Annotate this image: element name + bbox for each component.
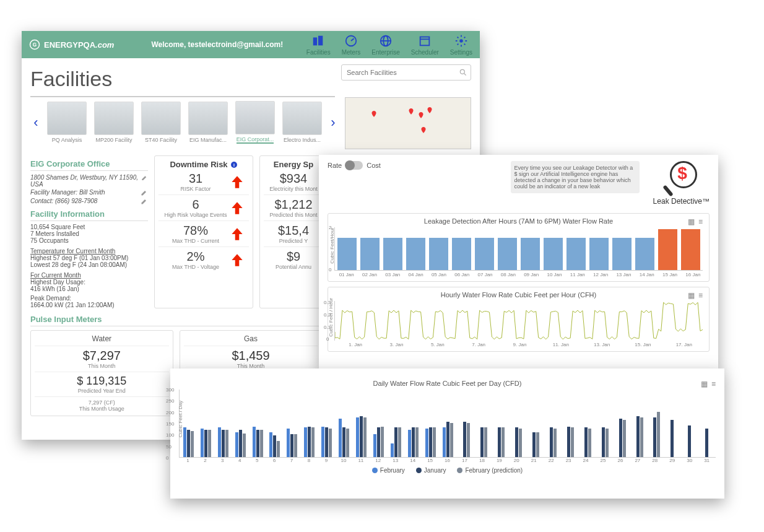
- buildings-icon: [311, 34, 325, 48]
- svg-rect-7: [420, 37, 430, 45]
- bar-group[interactable]: [492, 427, 507, 457]
- bar-group[interactable]: [458, 422, 473, 457]
- thumb-st40[interactable]: ST40 Facility: [139, 102, 183, 143]
- thumb-corporate[interactable]: EIG Corporat...: [233, 101, 277, 144]
- bar-group[interactable]: [371, 427, 386, 458]
- bar[interactable]: [612, 238, 632, 270]
- chevron-left-icon[interactable]: ‹: [30, 104, 41, 141]
- bar-group[interactable]: [526, 432, 542, 457]
- facilities-map[interactable]: [345, 97, 471, 149]
- rate-cost-toggle[interactable]: RateCost: [328, 161, 381, 170]
- bar-group[interactable]: [388, 427, 404, 457]
- bar[interactable]: [566, 238, 586, 270]
- bar[interactable]: [383, 238, 402, 270]
- top-nav: Facilities Meters Enterprise Scheduler S…: [306, 34, 472, 56]
- bar-group[interactable]: [215, 427, 231, 457]
- bar-group[interactable]: [699, 429, 714, 457]
- daily-bar-chart: ▦≡ Daily Water Flow Rate Cubic Feet per …: [179, 380, 716, 474]
- search-input[interactable]: [341, 64, 471, 81]
- nav-settings[interactable]: Settings: [450, 34, 472, 56]
- bar-group[interactable]: [198, 429, 214, 457]
- globe-icon: [379, 34, 393, 48]
- edit-icon[interactable]: [141, 174, 148, 181]
- thumb-manufac[interactable]: EIG Manufac...: [186, 102, 230, 143]
- bar[interactable]: [681, 229, 700, 270]
- daily-flow-panel: ▦≡ Daily Water Flow Rate Cubic Feet per …: [170, 368, 724, 499]
- thumb-mp200[interactable]: MP200 Facility: [92, 102, 136, 143]
- bar-group[interactable]: [440, 422, 456, 457]
- nav-facilities[interactable]: Facilities: [306, 34, 331, 56]
- search-icon: [459, 68, 467, 77]
- bar[interactable]: [635, 238, 654, 270]
- map-pin-icon: [420, 126, 427, 134]
- bar-group[interactable]: [302, 427, 317, 458]
- bar-group[interactable]: [509, 427, 524, 457]
- grid-icon[interactable]: ▦: [688, 217, 695, 226]
- leakage-bar-chart: ▦≡ Leakage Detection After Hours (7AM to…: [328, 213, 710, 282]
- leak-tooltip: Every time you see our Leakage Detector …: [511, 161, 640, 193]
- bar[interactable]: [337, 238, 357, 270]
- bar-group[interactable]: [267, 432, 283, 457]
- edit-icon[interactable]: [141, 198, 148, 205]
- bar-group[interactable]: [596, 427, 611, 457]
- bar-group[interactable]: [544, 427, 559, 457]
- grid-icon[interactable]: ▦: [688, 291, 695, 300]
- brand-logo[interactable]: G ENERGYPQA.com: [29, 39, 114, 50]
- nav-scheduler[interactable]: Scheduler: [411, 34, 439, 56]
- bar-group[interactable]: [406, 427, 421, 457]
- page-title: Facilities: [30, 67, 335, 91]
- grid-icon[interactable]: ▦: [701, 380, 708, 388]
- bar[interactable]: [360, 238, 380, 270]
- bar[interactable]: [429, 238, 448, 270]
- bar-group[interactable]: [319, 427, 334, 458]
- nav-enterprise[interactable]: Enterprise: [371, 34, 400, 56]
- hourly-line-chart: ▦≡ Hourly Water Flow Rate Cubic Feet per…: [328, 287, 710, 352]
- edit-icon[interactable]: [141, 189, 148, 196]
- svg-point-9: [460, 69, 464, 74]
- bar[interactable]: [521, 238, 540, 270]
- menu-icon[interactable]: ≡: [698, 291, 703, 300]
- bar-group[interactable]: [630, 416, 646, 457]
- bar-group[interactable]: [423, 427, 438, 457]
- bar-group[interactable]: [250, 427, 266, 458]
- info-icon[interactable]: i: [230, 161, 238, 168]
- menu-icon[interactable]: ≡: [711, 380, 716, 388]
- bar-group[interactable]: [474, 427, 490, 457]
- leak-detective-panel: RateCost Every time you see our Leakage …: [319, 155, 718, 368]
- thumb-electro[interactable]: Electro Indus...: [280, 102, 324, 143]
- bar-group[interactable]: [578, 427, 594, 457]
- top-bar: G ENERGYPQA.com Welcome, testelectroind@…: [22, 31, 480, 58]
- svg-rect-3: [318, 35, 323, 45]
- chevron-right-icon[interactable]: ›: [328, 104, 339, 141]
- map-pin-icon: [370, 110, 378, 118]
- bar-group[interactable]: [233, 430, 248, 457]
- bar[interactable]: [658, 229, 677, 270]
- bar[interactable]: [498, 238, 517, 270]
- bar[interactable]: [544, 238, 563, 270]
- svg-point-8: [459, 39, 463, 43]
- arrow-up-icon: [229, 252, 245, 268]
- gauge-icon: [344, 34, 358, 48]
- pulse-card-water[interactable]: Water $7,297This Month $ 119,315Predicte…: [30, 330, 173, 416]
- menu-icon[interactable]: ≡: [698, 217, 703, 226]
- bar[interactable]: [406, 238, 425, 270]
- daily-legend: February January February (prediction): [179, 467, 716, 474]
- bar-group[interactable]: [284, 429, 300, 457]
- bar-group[interactable]: [664, 420, 680, 458]
- bar[interactable]: [475, 238, 494, 270]
- bar-group[interactable]: [682, 425, 697, 457]
- nav-meters[interactable]: Meters: [342, 34, 361, 56]
- bar-group[interactable]: [336, 419, 352, 457]
- bar-group[interactable]: [354, 416, 369, 457]
- facility-info-heading: Facility Information: [30, 209, 148, 221]
- bar-group[interactable]: [613, 419, 628, 457]
- bar[interactable]: [589, 238, 609, 270]
- bar-group[interactable]: [647, 412, 662, 457]
- facility-thumbnails: ‹ PQ Analysis MP200 Facility ST40 Facili…: [30, 101, 339, 144]
- bar-group[interactable]: [561, 427, 576, 458]
- energy-card: Energy Sp $934Electricity this Mont$1,21…: [259, 155, 328, 308]
- bar[interactable]: [452, 238, 471, 270]
- thumb-pq[interactable]: PQ Analysis: [45, 102, 89, 143]
- arrow-up-icon: [229, 226, 245, 242]
- arrow-up-icon: [229, 174, 245, 190]
